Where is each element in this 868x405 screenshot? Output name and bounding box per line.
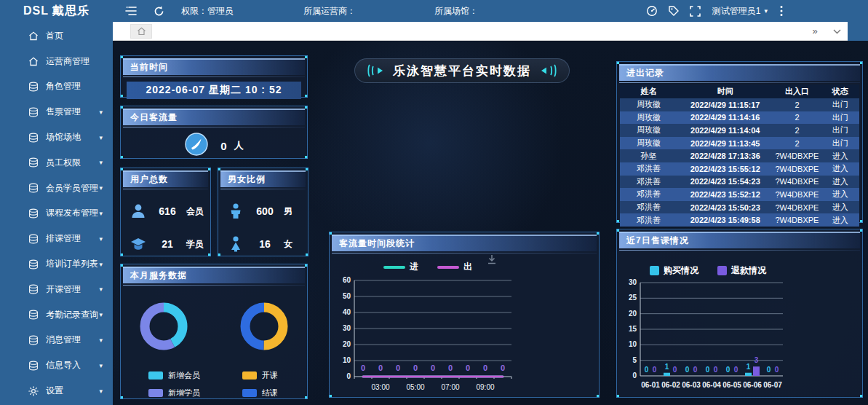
tabs-overflow-button[interactable]: »: [804, 25, 826, 36]
current-time-value: 2022-06-07 星期二 10 : 52: [127, 82, 301, 99]
male-count: 600: [255, 205, 275, 217]
female-label: 女: [284, 238, 292, 251]
svg-text:03:00: 03:00: [371, 383, 389, 391]
refresh-icon[interactable]: [151, 3, 167, 19]
sidebar: 首页运营商管理角色管理售票管理▾场馆场地▾员工权限▾会员学员管理▾课程发布管理▾…: [0, 22, 113, 405]
svg-text:06-06: 06-06: [743, 381, 762, 389]
sidebar-item-4[interactable]: 售票管理▾: [0, 99, 113, 125]
sidebar-item-15[interactable]: 设置▾: [0, 378, 113, 404]
svg-text:06-05: 06-05: [722, 381, 741, 389]
svg-text:0: 0: [714, 366, 718, 374]
stack-icon: [28, 360, 39, 371]
table-row: 周玫徽2022/4/29 11:13:452出门: [620, 137, 859, 150]
legend-item[interactable]: 开课: [242, 370, 278, 381]
tabbar-corner: [848, 22, 868, 41]
sidebar-item-7[interactable]: 会员学员管理▾: [0, 176, 113, 201]
download-icon[interactable]: [487, 254, 497, 267]
legend-item[interactable]: 进: [383, 261, 418, 273]
stack-icon: [28, 259, 39, 270]
dashboard-headline: 乐泳智慧平台实时数据: [354, 58, 570, 83]
svg-text:0: 0: [645, 366, 649, 374]
city-illustration: [327, 82, 611, 230]
svg-text:0: 0: [396, 363, 400, 372]
svg-text:30: 30: [343, 324, 351, 332]
user-caret-icon: ▾: [764, 7, 768, 15]
svg-text:0: 0: [706, 366, 710, 374]
svg-text:0: 0: [346, 372, 351, 380]
svg-text:25: 25: [629, 294, 637, 302]
svg-text:50: 50: [343, 292, 351, 300]
sidebar-item-11[interactable]: 开课管理▾: [0, 277, 113, 302]
expand-caret-icon: ▾: [99, 286, 103, 293]
bar-chart-legend: 购买情况退款情况: [617, 264, 799, 277]
svg-text:40: 40: [343, 308, 351, 316]
menu-toggle-icon[interactable]: [123, 3, 139, 19]
new-users-donut-chart: [140, 302, 188, 353]
svg-text:3: 3: [754, 356, 759, 364]
legend-item[interactable]: 新增会员: [148, 370, 200, 381]
male-icon: [227, 202, 244, 220]
svg-text:09:00: 09:00: [476, 383, 494, 391]
sidebar-item-14[interactable]: 信息导入▾: [0, 353, 113, 378]
sidebar-item-9[interactable]: 排课管理▾: [0, 226, 113, 251]
male-label: 男: [284, 205, 292, 218]
tab-home[interactable]: [130, 24, 152, 39]
headline-left-decoration-icon: [367, 63, 386, 78]
sidebar-item-1[interactable]: 首页: [0, 23, 113, 49]
expand-caret-icon: ▾: [99, 388, 103, 395]
visitor-line-chart: 010203040506000000000003:0005:0007:0009:…: [334, 273, 599, 398]
svg-text:0: 0: [685, 366, 690, 374]
legend-item[interactable]: 购买情况: [650, 264, 698, 277]
svg-text:10: 10: [629, 340, 637, 348]
sidebar-item-2[interactable]: 运营商管理: [0, 49, 113, 74]
more-vertical-icon[interactable]: [773, 3, 789, 19]
sidebar-item-6[interactable]: 员工权限▾: [0, 150, 113, 176]
visitor-chart-panel: 客流量时间段统计 进出 010203040506000000000003:000…: [329, 232, 600, 398]
table-row: 周玫徽2022/4/29 11:14:042出门: [620, 124, 859, 137]
stack-icon: [28, 106, 39, 117]
svg-text:0: 0: [775, 366, 779, 374]
sidebar-item-5[interactable]: 场馆场地▾: [0, 125, 113, 150]
legend-item[interactable]: 结课: [242, 388, 278, 398]
legend-item[interactable]: 新增学员: [148, 388, 200, 398]
student-label: 学员: [186, 238, 204, 251]
table-row: 邓洪善2022/4/23 15:49:58?W4DBXPE进入: [620, 213, 859, 227]
tabs-dropdown-button[interactable]: [826, 25, 848, 36]
stack-icon: [28, 157, 39, 168]
stack-icon: [28, 183, 39, 194]
svg-text:06-02: 06-02: [661, 381, 680, 389]
stack-icon: [28, 334, 39, 345]
table-row: 邓洪善2022/4/23 15:55:12?W4DBXPE进入: [620, 162, 859, 176]
expand-caret-icon: ▾: [99, 159, 103, 166]
sidebar-item-13[interactable]: 消息管理▾: [0, 328, 113, 353]
table-row: 邓洪善2022/4/23 15:50:23?W4DBXPE进入: [620, 201, 859, 214]
stack-icon: [28, 310, 39, 321]
current-time-panel: 当前时间 2022-06-07 星期二 10 : 52: [120, 55, 308, 98]
svg-text:10: 10: [343, 356, 351, 364]
today-flow-unit: 人: [234, 139, 244, 152]
legend-item[interactable]: 出: [437, 261, 472, 273]
sidebar-item-10[interactable]: 培训订单列表▾: [0, 251, 113, 277]
gauge-icon[interactable]: [644, 3, 660, 19]
legend-item[interactable]: 退款情况: [717, 264, 766, 277]
expand-caret-icon: ▾: [99, 184, 103, 192]
sidebar-item-12[interactable]: 考勤记录查询▾: [0, 302, 113, 328]
stack-icon: [28, 81, 39, 92]
dashboard: 当前时间 2022-06-07 星期二 10 : 52 今日客流量 0 人 用户…: [113, 41, 868, 405]
headline-right-decoration-icon: [538, 63, 557, 78]
home-icon: [28, 56, 39, 67]
table-header-row: 姓名时间出入口状态: [620, 84, 859, 98]
panel-title: 用户总数: [123, 170, 208, 187]
svg-text:0: 0: [726, 366, 730, 374]
user-menu[interactable]: 测试管理员1 ▾: [712, 5, 768, 17]
female-count: 16: [255, 238, 275, 250]
panel-title: 进出记录: [619, 64, 860, 81]
expand-caret-icon: ▾: [99, 109, 103, 116]
table-row: 邓洪善2022/4/23 15:52:12?W4DBXPE进入: [620, 188, 859, 201]
svg-text:0: 0: [734, 366, 738, 374]
sidebar-item-3[interactable]: 角色管理: [0, 74, 113, 100]
sidebar-item-8[interactable]: 课程发布管理▾: [0, 201, 113, 227]
fullscreen-icon[interactable]: [688, 3, 704, 19]
tag-icon[interactable]: [666, 3, 682, 19]
member-icon: [130, 202, 147, 220]
